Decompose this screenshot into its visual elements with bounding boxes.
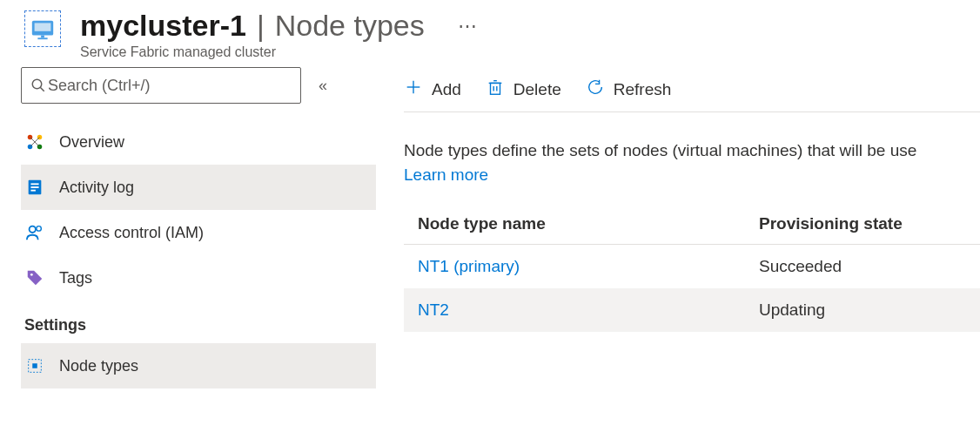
button-label: Refresh <box>614 80 672 99</box>
search-box[interactable] <box>21 67 301 104</box>
sidebar-item-node-types[interactable]: Node types <box>21 343 376 388</box>
table-row[interactable]: NT2 Updating <box>404 288 980 332</box>
resource-type-label: Service Fabric managed cluster <box>80 44 980 60</box>
sidebar-item-tags[interactable]: Tags <box>21 255 376 301</box>
more-actions-button[interactable]: ⋯ <box>458 15 478 37</box>
table-row[interactable]: NT1 (primary) Succeeded <box>404 245 980 288</box>
column-header-name[interactable]: Node type name <box>418 214 759 233</box>
sidebar: « Overview Activity log Access control (… <box>0 67 376 388</box>
sidebar-item-overview[interactable]: Overview <box>21 119 376 165</box>
svg-point-18 <box>30 274 33 276</box>
add-button[interactable]: Add <box>404 78 461 101</box>
sidebar-item-activity-log[interactable]: Activity log <box>21 165 376 210</box>
node-type-name-link[interactable]: NT1 (primary) <box>418 257 759 276</box>
tags-icon <box>24 267 45 288</box>
description-text: Node types define the sets of nodes (vir… <box>404 138 980 164</box>
page-title: Node types <box>275 9 425 43</box>
trash-icon <box>486 78 505 101</box>
node-types-table: Node type name Provisioning state NT1 (p… <box>404 204 980 332</box>
activity-log-icon <box>24 177 45 198</box>
svg-point-4 <box>32 79 42 89</box>
resource-type-icon <box>24 10 61 47</box>
refresh-icon <box>586 78 605 101</box>
plus-icon <box>404 78 423 101</box>
delete-button[interactable]: Delete <box>486 78 561 101</box>
sidebar-item-label: Node types <box>59 357 138 375</box>
button-label: Delete <box>513 80 561 99</box>
refresh-button[interactable]: Refresh <box>586 78 672 101</box>
svg-rect-3 <box>37 37 47 39</box>
sidebar-item-label: Access control (IAM) <box>59 224 204 242</box>
button-label: Add <box>432 80 461 99</box>
svg-rect-1 <box>35 23 51 30</box>
svg-rect-14 <box>30 186 38 188</box>
page-header: mycluster-1 | Node types ⋯ Service Fabri… <box>0 0 980 67</box>
column-header-state[interactable]: Provisioning state <box>759 214 980 233</box>
toolbar: Add Delete Refresh <box>404 67 980 112</box>
provisioning-state: Updating <box>759 301 980 320</box>
resource-name: mycluster-1 <box>80 9 246 43</box>
access-control-icon <box>24 222 45 243</box>
provisioning-state: Succeeded <box>759 257 980 276</box>
svg-point-16 <box>30 226 36 233</box>
svg-rect-23 <box>490 83 500 94</box>
svg-point-17 <box>37 226 42 232</box>
search-input[interactable] <box>46 76 292 96</box>
search-icon <box>30 78 46 93</box>
sidebar-item-label: Activity log <box>59 179 134 197</box>
sidebar-section-settings: Settings <box>21 301 376 343</box>
overview-icon <box>24 132 45 152</box>
table-header: Node type name Provisioning state <box>404 204 980 245</box>
svg-rect-13 <box>30 183 38 185</box>
svg-rect-2 <box>41 36 44 38</box>
node-types-icon <box>24 355 45 376</box>
learn-more-link[interactable]: Learn more <box>404 165 488 185</box>
collapse-sidebar-button[interactable]: « <box>301 77 345 95</box>
node-type-name-link[interactable]: NT2 <box>418 301 759 320</box>
title-separator: | <box>257 9 265 43</box>
svg-rect-20 <box>32 363 37 368</box>
svg-line-5 <box>40 87 44 91</box>
svg-rect-15 <box>30 190 36 192</box>
main-content: Add Delete Refresh Node types define the… <box>376 67 980 332</box>
sidebar-item-access-control[interactable]: Access control (IAM) <box>21 210 376 255</box>
sidebar-item-label: Overview <box>59 133 124 152</box>
sidebar-item-label: Tags <box>59 269 92 287</box>
